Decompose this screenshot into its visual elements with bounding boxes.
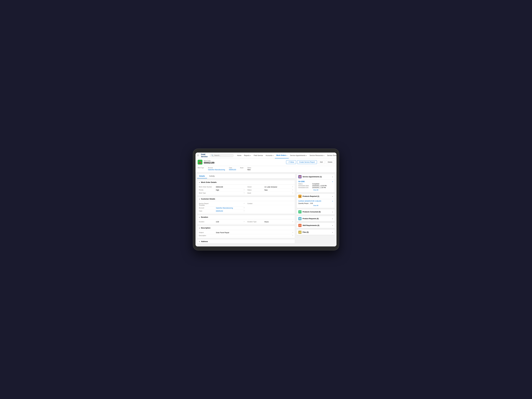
case-edit-icon[interactable]: ✏: [244, 210, 245, 212]
pr-widget-chevron[interactable]: [332, 195, 333, 197]
duration-section: Duration Duration 3.00 ✏: [197, 215, 295, 225]
nav-home[interactable]: Home: [236, 152, 243, 158]
owner-edit-icon[interactable]: ✏: [292, 186, 293, 188]
meta-case: Case 00005150: [229, 167, 236, 171]
service-appointments-icon: 📅: [298, 175, 302, 178]
nav-reports[interactable]: Reports: [243, 152, 253, 158]
field-account: Account Salesfive Manufacturing ✏: [199, 207, 245, 210]
edit-button[interactable]: Edit: [318, 160, 325, 164]
pr-view-all-link[interactable]: View All: [298, 204, 333, 207]
field-asset: Asset ✏: [247, 192, 293, 194]
widget-header-left-pc: ⬇ Products Consumed (0): [298, 210, 321, 214]
widget-header-left-pr: 📦 Products Required (1): [298, 195, 319, 198]
create-service-report-button[interactable]: Create Service Report: [297, 160, 317, 164]
srt-edit-icon[interactable]: ✏: [244, 203, 245, 204]
tab-details[interactable]: Details: [197, 174, 207, 178]
products-required-widget: 📦 Products Required (1) SURGE GENERATOR …: [297, 194, 335, 208]
products-required-title: Products Required (1): [303, 195, 319, 197]
delete-button[interactable]: Delete: [326, 160, 334, 164]
product-requests-title: Product Requests (0): [303, 218, 319, 220]
pc-widget-chevron[interactable]: [332, 211, 333, 213]
work-order-details-section: Work Order Details Work Order Number 000…: [197, 180, 295, 196]
page-header-title-group: Work Order 00002199: [204, 160, 214, 164]
meta-account: Account Salesfive Manufacturing: [208, 167, 225, 171]
service-appointments-title: Service Appointments (1): [303, 176, 322, 178]
subject-edit-icon[interactable]: ✏: [292, 232, 293, 233]
duration-type-edit-icon[interactable]: ✏: [292, 221, 293, 222]
products-required-body: SURGE GENERATOR CABLED Quantity Requir..…: [297, 199, 335, 208]
product-chevron: [332, 200, 333, 202]
sr-widget-chevron[interactable]: [332, 224, 333, 226]
field-status: Status New ✏: [247, 189, 293, 192]
customer-details-header[interactable]: Customer Details: [197, 197, 295, 201]
nav-service-resources[interactable]: Service Resources: [308, 152, 326, 158]
field-duration: Duration 3.00 ✏: [199, 220, 245, 223]
customer-collapse-icon: [199, 198, 200, 200]
product-name[interactable]: SURGE GENERATOR CABLED: [298, 200, 333, 202]
tablet-screen: ⠿ Field Service 🔍 Home Reports Field Ser…: [196, 152, 336, 247]
main-content: Details Activity Work Order Details Work: [196, 172, 336, 247]
files-header: 📁 Files (0): [297, 229, 335, 235]
widget-header-left-files: 📁 Files (0): [298, 231, 309, 234]
nav-work-orders[interactable]: Work Orders: [275, 152, 289, 158]
grid-icon[interactable]: ⠿: [197, 154, 199, 157]
status-edit-icon[interactable]: ✏: [292, 189, 293, 190]
nav-service-appointments[interactable]: Service Appointments: [289, 152, 308, 158]
preq-widget-chevron[interactable]: [332, 218, 333, 220]
record-type-label: Work Order: [204, 160, 214, 161]
priority-edit-icon[interactable]: ✏: [244, 189, 245, 190]
address-header[interactable]: Address: [197, 239, 295, 244]
follow-button[interactable]: + Follow: [286, 160, 296, 164]
tablet-frame: ⠿ Field Service 🔍 Home Reports Field Ser…: [193, 149, 339, 250]
meta-row: Work Type Account Salesfive Manufacturin…: [196, 166, 336, 172]
skill-requirements-header: ⚙ Skill Requirements (0): [297, 223, 335, 228]
nav-links: Home Reports Field Service Accounts Work…: [236, 152, 336, 158]
sa-widget-chevron[interactable]: [332, 176, 333, 178]
tab-activity[interactable]: Activity: [207, 174, 217, 178]
product-requests-icon: 📋: [298, 217, 302, 220]
work-order-details-header[interactable]: Work Order Details: [197, 180, 295, 184]
search-input[interactable]: [214, 155, 233, 156]
meta-work-type: Work Type: [198, 167, 204, 171]
duration-header[interactable]: Duration: [197, 215, 295, 219]
products-consumed-icon: ⬇: [298, 210, 302, 214]
search-icon: 🔍: [211, 155, 214, 156]
sa-link[interactable]: SA-2292: [298, 181, 333, 183]
description-collapse-icon: [199, 227, 200, 229]
left-panel: Details Activity Work Order Details Work: [196, 172, 297, 247]
nav-field-service[interactable]: Field Service: [253, 152, 264, 158]
page-header-left: 🚗 Work Order 00002199: [198, 160, 214, 165]
work-type-edit-icon[interactable]: ✏: [244, 192, 245, 194]
field-work-type: Work Type ✏: [199, 192, 245, 194]
files-icon: 📁: [298, 231, 302, 234]
service-appointments-body: SA-2292 Status: Completed Scheduled Star…: [297, 180, 335, 192]
page-header: 🚗 Work Order 00002199 + Follow Create Se…: [196, 158, 336, 166]
products-required-header: 📦 Products Required (1): [297, 194, 335, 199]
field-subject: Subject Solar Panel Repair ✏: [199, 231, 293, 234]
duration-edit-icon[interactable]: ✏: [244, 221, 245, 222]
customer-details-title: Customer Details: [201, 198, 215, 200]
description-edit-icon[interactable]: ✏: [292, 235, 293, 236]
skill-requirements-title: Skill Requirements (0): [303, 224, 319, 226]
products-required-icon: 📦: [298, 195, 302, 198]
account-edit-icon[interactable]: ✏: [244, 207, 245, 209]
widget-header-left-preq: 📋 Product Requests (0): [298, 217, 319, 220]
service-appointments-widget: 📅 Service Appointments (1) SA-2292 Statu…: [297, 174, 335, 192]
description-section: Description Subject Solar Panel Repair ✏…: [197, 226, 295, 238]
field-service-report-template: Service Report Template ✏: [199, 202, 245, 207]
nav-accounts[interactable]: Accounts: [264, 152, 275, 158]
sa-view-all-link[interactable]: View All: [298, 189, 333, 191]
duration-title: Duration: [201, 216, 208, 218]
files-widget-chevron[interactable]: [332, 231, 333, 233]
files-title: Files (0): [303, 231, 309, 233]
duration-body: Duration 3.00 ✏ Duration Type Hours ✏: [197, 219, 295, 224]
search-bar[interactable]: 🔍: [210, 154, 234, 157]
field-duration-type: Duration Type Hours ✏: [247, 220, 293, 223]
product-requests-header: 📋 Product Requests (0): [297, 216, 335, 222]
nav-service-territories[interactable]: Service Territories: [326, 152, 336, 158]
description-header[interactable]: Description: [197, 226, 295, 230]
files-widget: 📁 Files (0): [297, 229, 335, 235]
asset-edit-icon[interactable]: ✏: [292, 192, 293, 194]
field-contact: Contact: [247, 202, 293, 205]
field-case: Case 00005150 ✏: [199, 210, 245, 213]
